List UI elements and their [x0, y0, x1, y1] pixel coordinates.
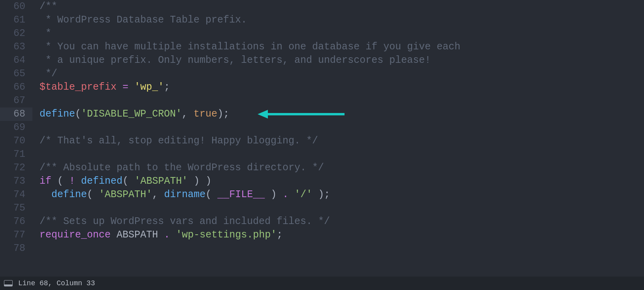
token — [288, 189, 294, 200]
code-line[interactable]: 63 * You can have multiple installations… — [0, 40, 644, 54]
token: if — [40, 175, 51, 187]
code-line[interactable]: 61 * WordPress Database Table prefix. — [0, 13, 644, 27]
token: 'wp-settings.php' — [176, 229, 277, 241]
token: define — [40, 108, 75, 120]
token: = — [122, 81, 128, 93]
token: ( — [205, 189, 211, 200]
code-line[interactable]: 67 — [0, 94, 644, 107]
token — [51, 175, 57, 187]
code-editor: 60/**61 * WordPress Database Table prefi… — [0, 0, 644, 290]
token: * — [40, 28, 51, 39]
code-line[interactable]: 64 * a unique prefix. Only numbers, lett… — [0, 54, 644, 67]
line-number: 68 — [0, 107, 32, 121]
line-content[interactable]: * a unique prefix. Only numbers, letters… — [32, 54, 644, 67]
code-line[interactable]: 75 — [0, 201, 644, 215]
token: define — [51, 189, 87, 200]
token — [158, 229, 164, 241]
token — [170, 229, 176, 241]
token: $table_prefix — [40, 81, 117, 93]
token — [188, 108, 194, 120]
code-line[interactable]: 69 — [0, 121, 644, 134]
line-number: 64 — [0, 54, 32, 67]
token — [200, 175, 205, 187]
token: ( — [87, 189, 93, 200]
code-line[interactable]: 76/** Sets up WordPress vars and include… — [0, 215, 644, 228]
token — [211, 189, 217, 200]
token: require_once — [40, 229, 111, 241]
cursor-position: Line 68, Column 33 — [18, 277, 95, 290]
line-number: 65 — [0, 67, 32, 81]
code-line[interactable]: 70/* That's all, stop editing! Happy blo… — [0, 134, 644, 148]
line-content[interactable]: * WordPress Database Table prefix. — [32, 13, 644, 27]
token — [265, 189, 271, 200]
token: ; — [324, 189, 330, 200]
code-line[interactable]: 78 — [0, 242, 644, 255]
line-number: 71 — [0, 148, 32, 161]
code-line[interactable]: 62 * — [0, 27, 644, 40]
line-content[interactable] — [32, 242, 644, 255]
token: 'DISABLE_WP_CRON' — [81, 108, 182, 120]
line-content[interactable]: $table_prefix = 'wp_'; — [32, 81, 644, 94]
token — [117, 81, 122, 93]
code-line[interactable]: 65 */ — [0, 67, 644, 81]
line-content[interactable] — [32, 94, 644, 107]
line-content[interactable]: /** — [32, 0, 644, 13]
code-area[interactable]: 60/**61 * WordPress Database Table prefi… — [0, 0, 644, 277]
token: ( — [122, 175, 128, 187]
line-content[interactable]: require_once ABSPATH . 'wp-settings.php'… — [32, 228, 644, 242]
line-content[interactable]: define( 'ABSPATH', dirname( __FILE__ ) .… — [32, 188, 644, 201]
token: , — [182, 108, 188, 120]
code-line[interactable]: 73if ( ! defined( 'ABSPATH' ) ) — [0, 175, 644, 188]
line-number: 74 — [0, 188, 32, 201]
code-line[interactable]: 66$table_prefix = 'wp_'; — [0, 81, 644, 94]
line-content[interactable]: * — [32, 27, 644, 40]
svg-marker-1 — [258, 110, 268, 119]
annotation-arrow-icon — [258, 110, 345, 119]
line-number: 69 — [0, 121, 32, 134]
token: . — [282, 189, 288, 200]
line-number: 70 — [0, 134, 32, 148]
line-number: 73 — [0, 175, 32, 188]
token — [75, 175, 81, 187]
status-bar: Line 68, Column 33 — [0, 277, 644, 290]
code-line[interactable]: 68define('DISABLE_WP_CRON', true); — [0, 107, 644, 121]
line-content[interactable]: /** Absolute path to the WordPress direc… — [32, 161, 644, 175]
panel-icon[interactable] — [4, 280, 13, 286]
line-content[interactable]: */ — [32, 67, 644, 81]
token: ; — [223, 108, 229, 120]
code-line[interactable]: 71 — [0, 148, 644, 161]
line-number: 62 — [0, 27, 32, 40]
token: ) — [318, 189, 324, 200]
token: ; — [277, 229, 282, 241]
token: /** Absolute path to the WordPress direc… — [40, 162, 324, 173]
token — [128, 175, 134, 187]
line-content[interactable] — [32, 121, 644, 134]
line-content[interactable]: define('DISABLE_WP_CRON', true); — [32, 107, 644, 121]
line-number: 76 — [0, 215, 32, 228]
token: ABSPATH — [117, 229, 158, 241]
token: * a unique prefix. Only numbers, letters… — [40, 55, 431, 66]
token: ) — [194, 175, 200, 187]
token: true — [194, 108, 217, 120]
token: ( — [75, 108, 81, 120]
line-content[interactable]: /* That's all, stop editing! Happy blogg… — [32, 134, 644, 148]
code-line[interactable]: 77require_once ABSPATH . 'wp-settings.ph… — [0, 228, 644, 242]
token: * WordPress Database Table prefix. — [40, 14, 247, 26]
token: dirname — [164, 189, 205, 200]
line-content[interactable]: * You can have multiple installations in… — [32, 40, 644, 54]
line-content[interactable]: if ( ! defined( 'ABSPATH' ) ) — [32, 175, 644, 188]
line-content[interactable]: /** Sets up WordPress vars and included … — [32, 215, 644, 228]
code-line[interactable]: 74 define( 'ABSPATH', dirname( __FILE__ … — [0, 188, 644, 201]
token: 'ABSPATH' — [99, 189, 152, 200]
line-number: 67 — [0, 94, 32, 107]
line-content[interactable] — [32, 148, 644, 161]
token — [188, 175, 194, 187]
code-line[interactable]: 72/** Absolute path to the WordPress dir… — [0, 161, 644, 175]
token — [128, 81, 134, 93]
code-line[interactable]: 60/** — [0, 0, 644, 13]
line-number: 75 — [0, 201, 32, 215]
line-content[interactable] — [32, 201, 644, 215]
token — [93, 189, 99, 200]
token: ( — [57, 175, 63, 187]
line-number: 63 — [0, 40, 32, 54]
